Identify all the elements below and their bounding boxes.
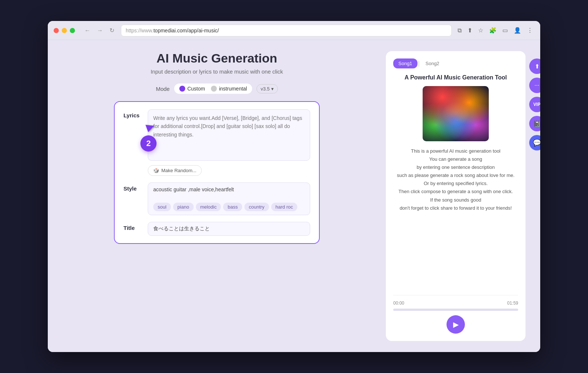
mode-custom[interactable]: Custom xyxy=(179,86,205,92)
dice-icon: 🎲 xyxy=(153,168,159,173)
left-panel: AI Music Generation Input description or… xyxy=(62,51,371,341)
desc-line8: don't forget to click share to forward i… xyxy=(393,204,518,212)
address-bar[interactable]: https://www. topmediai.com/app/ai-music/ xyxy=(121,25,452,36)
instrumental-radio xyxy=(211,86,217,92)
back-button[interactable]: ← xyxy=(82,25,93,35)
version-label: v3.5 xyxy=(261,86,270,92)
time-current: 00:00 xyxy=(393,301,404,306)
tag-country[interactable]: country xyxy=(244,203,269,211)
title-content xyxy=(148,222,310,236)
mode-row: Mode Custom instrumental v3.5 ▾ xyxy=(156,84,278,94)
share-icon[interactable]: ⬆ xyxy=(466,25,474,35)
tag-piano[interactable]: piano xyxy=(173,203,194,211)
progress-bar[interactable] xyxy=(393,309,518,311)
song-description: This is a powerful AI music generation t… xyxy=(393,147,518,212)
tab-song1[interactable]: Song1 xyxy=(393,58,417,68)
play-controls: ▶ xyxy=(393,315,518,334)
desc-line1: This is a powerful AI music generation t… xyxy=(393,147,518,155)
lyrics-input[interactable] xyxy=(148,109,310,161)
browser-titlebar: ← → ↻ https://www. topmediai.com/app/ai-… xyxy=(48,21,540,40)
audio-player: 00:00 01:59 ▶ xyxy=(393,295,518,334)
song-tabs: Song1 | Song2 xyxy=(393,58,518,68)
desc-line5: Or by entering specified lyrics. xyxy=(393,180,518,188)
custom-radio xyxy=(179,86,185,92)
tag-soul[interactable]: soul xyxy=(153,203,171,211)
url-protocol: https://www. xyxy=(126,28,153,33)
book-icon: 📓 xyxy=(533,120,540,127)
tab-divider: | xyxy=(418,60,420,67)
nav-buttons: ← → ↻ xyxy=(82,25,116,35)
style-section: Style acoustic guitar ,male voice,heartf… xyxy=(123,182,310,215)
time-bar: 00:00 01:59 xyxy=(393,301,518,306)
browser-toolbar-right: ⧉ ⬆ ☆ 🧩 ▭ 👤 ⋮ xyxy=(456,25,534,35)
style-label: Style xyxy=(123,182,142,215)
play-button[interactable]: ▶ xyxy=(447,315,465,334)
lyrics-content: 🎲 Make Random... xyxy=(148,109,310,176)
vip-label: VIP xyxy=(533,102,540,107)
style-content: acoustic guitar ,male voice,heartfelt so… xyxy=(148,182,310,215)
custom-label: Custom xyxy=(187,86,205,92)
tag-bass[interactable]: bass xyxy=(223,203,242,211)
play-icon: ▶ xyxy=(453,320,459,329)
url-main: topmediai.com/app/ai-music/ xyxy=(153,28,219,33)
time-total: 01:59 xyxy=(507,301,518,306)
version-selector[interactable]: v3.5 ▾ xyxy=(257,84,278,93)
form-box: ▶ 2 Lyrics 🎲 Make Random... xyxy=(114,101,320,244)
forward-button[interactable]: → xyxy=(95,25,105,35)
page-subtitle: Input description or lyrics to make musi… xyxy=(151,68,283,75)
mode-instrumental[interactable]: instrumental xyxy=(211,86,247,92)
desc-line2: You can generate a song xyxy=(393,155,518,163)
minimize-button[interactable] xyxy=(62,28,67,33)
share-fab[interactable]: ⬆ xyxy=(529,58,540,74)
mode-options: Custom instrumental xyxy=(174,84,252,94)
instrumental-label: instrumental xyxy=(219,86,247,92)
book-fab[interactable]: 📓 xyxy=(529,116,540,131)
refresh-button[interactable]: ↻ xyxy=(107,25,116,35)
vip-fab[interactable]: VIP xyxy=(529,97,540,112)
more-icon: ··· xyxy=(534,82,539,89)
tag-hard-rock[interactable]: hard roc xyxy=(271,203,298,211)
menu-icon[interactable]: ⋮ xyxy=(526,25,534,35)
page-content: AI Music Generation Input description or… xyxy=(48,40,540,352)
desc-line7: If the song sounds good xyxy=(393,196,518,204)
style-tags: soul piano melodic bass country hard roc xyxy=(153,203,305,211)
right-panel: ⬆ ··· VIP 📓 💬 xyxy=(386,51,526,341)
make-random-label: Make Random... xyxy=(161,168,196,173)
title-input[interactable] xyxy=(148,222,310,236)
more-fab[interactable]: ··· xyxy=(529,78,540,93)
close-button[interactable] xyxy=(54,28,59,33)
share-icon: ⬆ xyxy=(535,63,539,70)
profile-icon[interactable]: 👤 xyxy=(512,25,523,35)
title-section: Title xyxy=(123,222,310,236)
desc-line4: such as please generate a rock song abou… xyxy=(393,171,518,180)
maximize-button[interactable] xyxy=(70,28,75,33)
desc-line3: by entering one sentence description xyxy=(393,163,518,171)
style-input[interactable]: acoustic guitar ,male voice,heartfelt xyxy=(153,186,305,198)
tag-melodic[interactable]: melodic xyxy=(196,203,221,211)
artwork-image xyxy=(423,86,489,141)
version-chevron-icon: ▾ xyxy=(271,86,274,92)
lyrics-label: Lyrics xyxy=(123,109,142,176)
browser-window: ← → ↻ https://www. topmediai.com/app/ai-… xyxy=(48,21,540,352)
style-wrapper: acoustic guitar ,male voice,heartfelt so… xyxy=(148,182,310,215)
make-random-button[interactable]: 🎲 Make Random... xyxy=(148,165,202,176)
tab-icon[interactable]: ⧉ xyxy=(456,26,463,35)
extension-icon[interactable]: 🧩 xyxy=(488,25,498,35)
desc-line6: Then click compose to generate a song wi… xyxy=(393,188,518,196)
mode-label: Mode xyxy=(156,86,170,92)
song-artwork xyxy=(423,86,489,141)
discord-fab[interactable]: 💬 xyxy=(529,135,540,150)
traffic-lights xyxy=(54,28,75,33)
song-card-title: A Powerful AI Music Generation Tool xyxy=(393,74,518,81)
sidebar-icon[interactable]: ▭ xyxy=(501,25,509,35)
discord-icon: 💬 xyxy=(533,139,540,147)
title-label: Title xyxy=(123,222,142,236)
lyrics-section: Lyrics 🎲 Make Random... xyxy=(123,109,310,176)
song-card: ⬆ ··· VIP 📓 💬 xyxy=(386,51,526,341)
page-title: AI Music Generation xyxy=(157,51,277,65)
bookmark-icon[interactable]: ☆ xyxy=(477,25,485,35)
floating-actions: ⬆ ··· VIP 📓 💬 xyxy=(529,58,540,150)
tab-song2[interactable]: Song2 xyxy=(420,58,445,68)
